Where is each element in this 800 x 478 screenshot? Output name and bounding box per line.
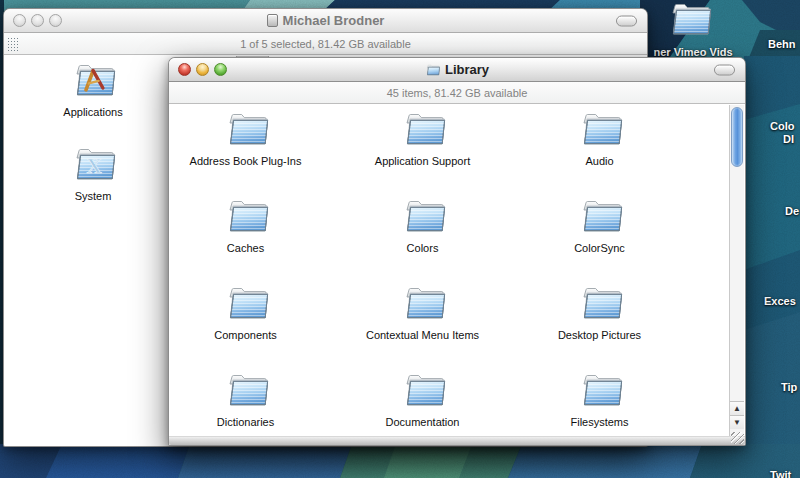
toolbar-toggle-button[interactable] (616, 15, 637, 26)
folder-icon (223, 372, 269, 408)
folder-icon (577, 285, 623, 321)
folder-icon (666, 1, 712, 37)
minimize-button[interactable] (31, 14, 44, 27)
folder-label: Application Support (375, 155, 470, 167)
folder-grid: Address Book Plug-Ins Application Suppor… (170, 106, 688, 436)
folder-icon (400, 285, 446, 321)
titlebar-michael-brodner[interactable]: Michael Brodner (4, 9, 647, 33)
desktop-label-colo[interactable]: Colo (770, 120, 794, 132)
folder-icon (223, 111, 269, 147)
close-button[interactable] (13, 14, 26, 27)
sidebar-grip-dots-icon (7, 37, 20, 51)
folder-label: Dictionaries (217, 416, 274, 428)
folder-label: Address Book Plug-Ins (190, 155, 302, 167)
folder-label: Desktop Pictures (558, 329, 641, 341)
toolbar-toggle-button[interactable] (714, 64, 735, 75)
folder-label: Filesystems (570, 416, 628, 428)
titlebar-library[interactable]: Library (169, 58, 745, 82)
folder-label: Documentation (386, 416, 460, 428)
finder-folder-item[interactable]: Colors (334, 193, 511, 280)
status-text: 45 items, 81.42 GB available (387, 87, 528, 99)
folder-label: Contextual Menu Items (366, 329, 479, 341)
folder-icon (577, 372, 623, 408)
folder-icon (400, 372, 446, 408)
zoom-button[interactable] (214, 63, 227, 76)
folder-proxy-icon[interactable] (425, 64, 440, 76)
finder-folder-item[interactable]: Components (170, 280, 334, 367)
folder-label: Components (214, 329, 276, 341)
scrollbar-arrows: ▲ ▼ (730, 401, 744, 429)
finder-folder-item[interactable]: Contextual Menu Items (334, 280, 511, 367)
scroll-up-button[interactable]: ▲ (730, 401, 744, 415)
window-controls (13, 9, 62, 32)
zoom-button[interactable] (49, 14, 62, 27)
folder-icon (223, 285, 269, 321)
window-bottom-frame (169, 436, 745, 445)
system-folder-icon: X (70, 146, 116, 182)
desktop-label-behn[interactable]: Behn (768, 38, 796, 50)
folder-icon (577, 111, 623, 147)
statusbar-michael-brodner: 1 of 5 selected, 81.42 GB available (4, 33, 647, 55)
finder-folder-item[interactable]: Audio (511, 106, 688, 193)
scroll-down-button[interactable]: ▼ (730, 415, 744, 429)
minimize-button[interactable] (196, 63, 209, 76)
vertical-scrollbar[interactable]: ▲ ▼ (729, 105, 744, 436)
finder-item-applications[interactable]: Applications (48, 62, 138, 118)
finder-folder-item[interactable]: Caches (170, 193, 334, 280)
finder-folder-item[interactable]: Application Support (334, 106, 511, 193)
scrollbar-thumb[interactable] (731, 107, 743, 167)
folder-icon (577, 198, 623, 234)
desktop-label-de[interactable]: De (785, 205, 799, 217)
desktop-icon-vimeo-folder[interactable] (661, 1, 717, 37)
finder-folder-item[interactable]: Documentation (334, 367, 511, 436)
finder-folder-item[interactable]: Address Book Plug-Ins (170, 106, 334, 193)
disk-proxy-icon[interactable] (267, 14, 278, 27)
resize-grip[interactable] (731, 432, 744, 444)
icon-label: System (75, 190, 112, 202)
finder-folder-item[interactable]: Filesystems (511, 367, 688, 436)
window-title: Michael Brodner (283, 13, 385, 28)
folder-label: ColorSync (574, 242, 625, 254)
folder-label: Colors (407, 242, 439, 254)
statusbar-library: 45 items, 81.42 GB available (169, 82, 745, 104)
folder-label: Caches (227, 242, 264, 254)
finder-window-library[interactable]: Library 45 items, 81.42 GB available Add… (168, 57, 746, 446)
svg-text:X: X (86, 154, 101, 178)
desktop-label-tip[interactable]: Tip (781, 381, 797, 393)
finder-content-library[interactable]: Address Book Plug-Ins Application Suppor… (170, 105, 732, 436)
desktop-label-twit[interactable]: Twit (770, 469, 791, 478)
finder-folder-item[interactable]: Desktop Pictures (511, 280, 688, 367)
folder-icon (400, 198, 446, 234)
desktop-label-exces[interactable]: Exces (764, 295, 796, 307)
screen: ner Vimeo Vids Behn Colo DI De Exces Tip… (0, 0, 800, 478)
close-button[interactable] (178, 63, 191, 76)
folder-icon (223, 198, 269, 234)
finder-folder-item[interactable]: ColorSync (511, 193, 688, 280)
applications-folder-icon (70, 62, 116, 98)
window-title: Library (445, 62, 489, 77)
folder-label: Audio (585, 155, 613, 167)
desktop-label-di[interactable]: DI (783, 133, 794, 145)
icon-label: Applications (63, 106, 122, 118)
window-controls (178, 58, 227, 81)
folder-icon (400, 111, 446, 147)
finder-folder-item[interactable]: Dictionaries (170, 367, 334, 436)
status-text: 1 of 5 selected, 81.42 GB available (240, 38, 411, 50)
finder-item-system[interactable]: X System (48, 146, 138, 202)
